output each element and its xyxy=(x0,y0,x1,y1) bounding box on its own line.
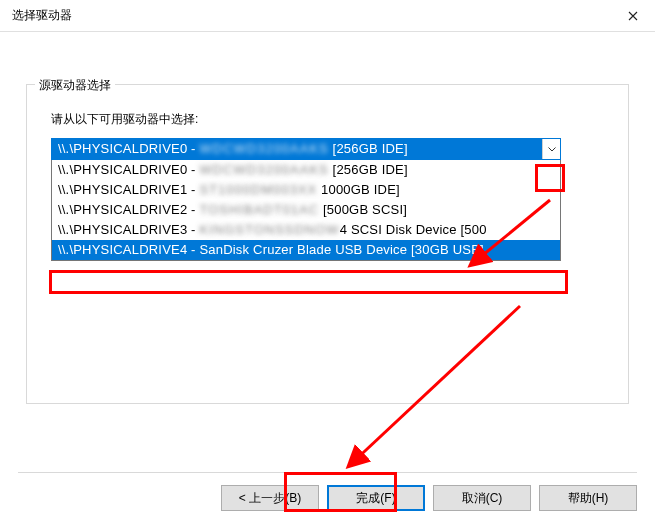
group-legend: 源驱动器选择 xyxy=(35,77,115,94)
item-prefix: \\.\PHYSICALDRIVE4 - SanDisk Cruzer Blad… xyxy=(58,242,484,257)
dropdown-item[interactable]: \\.\PHYSICALDRIVE3 - KINGSTONSSDNOW4 SCS… xyxy=(52,220,560,240)
item-prefix: \\.\PHYSICALDRIVE2 - xyxy=(58,202,199,217)
item-blur: ST1000DM003XX xyxy=(199,182,317,197)
close-icon xyxy=(628,11,638,21)
separator xyxy=(18,472,637,473)
drive-combo-wrap: \\.\PHYSICALDRIVE0 - WDCWD3200AAKS [256G… xyxy=(51,138,561,160)
item-prefix: \\.\PHYSICALDRIVE3 - xyxy=(58,222,199,237)
cancel-button[interactable]: 取消(C) xyxy=(433,485,531,511)
chevron-down-icon xyxy=(548,147,556,152)
dropdown-item[interactable]: \\.\PHYSICALDRIVE4 - SanDisk Cruzer Blad… xyxy=(52,240,560,260)
combo-suffix: [256GB IDE] xyxy=(329,141,408,156)
combo-selected-text: \\.\PHYSICALDRIVE0 - WDCWD3200AAKS [256G… xyxy=(52,139,542,159)
combo-dropdown-button[interactable] xyxy=(542,139,560,159)
window-title: 选择驱动器 xyxy=(12,7,72,24)
item-blur: KINGSTONSSDNOW xyxy=(199,222,339,237)
dropdown-item[interactable]: \\.\PHYSICALDRIVE0 - WDCWD3200AAKS [256G… xyxy=(52,160,560,180)
dropdown-item[interactable]: \\.\PHYSICALDRIVE2 - TOSHIBADT01AC [500G… xyxy=(52,200,560,220)
source-drive-group: 源驱动器选择 请从以下可用驱动器中选择: \\.\PHYSICALDRIVE0 … xyxy=(26,84,629,404)
finish-button[interactable]: 完成(F) xyxy=(327,485,425,511)
button-row: < 上一步(B) 完成(F) 取消(C) 帮助(H) xyxy=(221,485,637,511)
item-suffix: [256GB IDE] xyxy=(329,162,408,177)
item-blur: WDCWD3200AAKS xyxy=(199,162,328,177)
drive-dropdown-list: \\.\PHYSICALDRIVE0 - WDCWD3200AAKS [256G… xyxy=(51,160,561,261)
combo-blur: WDCWD3200AAKS xyxy=(199,141,328,156)
help-button[interactable]: 帮助(H) xyxy=(539,485,637,511)
item-blur: TOSHIBADT01AC xyxy=(199,202,319,217)
combo-prefix: \\.\PHYSICALDRIVE0 - xyxy=(58,141,199,156)
titlebar: 选择驱动器 xyxy=(0,0,655,32)
item-suffix: 1000GB IDE] xyxy=(317,182,400,197)
dropdown-item[interactable]: \\.\PHYSICALDRIVE1 - ST1000DM003XX 1000G… xyxy=(52,180,560,200)
close-button[interactable] xyxy=(610,0,655,32)
back-button[interactable]: < 上一步(B) xyxy=(221,485,319,511)
item-prefix: \\.\PHYSICALDRIVE0 - xyxy=(58,162,199,177)
drive-combobox[interactable]: \\.\PHYSICALDRIVE0 - WDCWD3200AAKS [256G… xyxy=(51,138,561,160)
item-suffix: [500GB SCSI] xyxy=(319,202,407,217)
dialog-content: 源驱动器选择 请从以下可用驱动器中选择: \\.\PHYSICALDRIVE0 … xyxy=(0,32,655,404)
item-suffix: 4 SCSI Disk Device [500 xyxy=(340,222,487,237)
instruction-label: 请从以下可用驱动器中选择: xyxy=(51,111,604,128)
item-prefix: \\.\PHYSICALDRIVE1 - xyxy=(58,182,199,197)
